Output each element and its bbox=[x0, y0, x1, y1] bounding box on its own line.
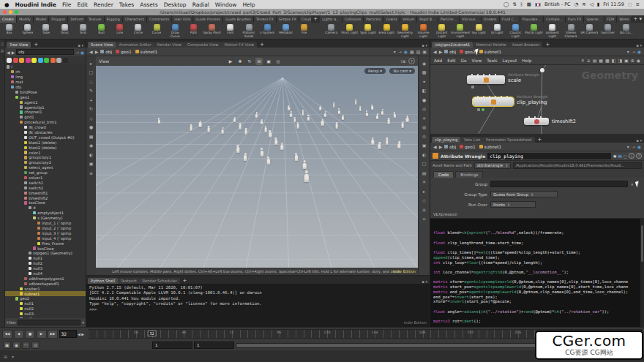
display-option-icon[interactable]: ✕ bbox=[421, 178, 428, 186]
shelf-tool[interactable]: Stereo Camera bbox=[561, 23, 580, 39]
shelf-tab[interactable]: Model bbox=[34, 15, 49, 23]
projection-menu[interactable]: Persp ▾ bbox=[364, 68, 386, 74]
pane-tab[interactable]: Asset Browser bbox=[509, 42, 543, 48]
transport-button[interactable]: ▶ bbox=[37, 330, 47, 339]
pane-tab[interactable]: Scene View bbox=[88, 42, 116, 48]
tree-item[interactable]: s (Geometry) bbox=[5, 216, 86, 221]
tree-item[interactable]: color1 bbox=[5, 150, 86, 155]
viewport-tool-icon[interactable]: ▦ bbox=[88, 132, 95, 140]
display-option-icon[interactable]: ≡ bbox=[421, 205, 428, 213]
display-option-icon[interactable]: □ bbox=[421, 160, 428, 167]
shelf-tool[interactable]: VR Camera bbox=[580, 23, 599, 39]
shelf-tool[interactable]: Platonic Solids bbox=[239, 23, 258, 39]
forward-icon[interactable]: ▶ bbox=[95, 49, 99, 54]
lock-badge-icon[interactable] bbox=[477, 108, 480, 111]
display-option-icon[interactable]: ◉ bbox=[421, 59, 428, 67]
pane-handle-icon[interactable]: ◫ bbox=[1, 42, 4, 46]
houdini-help-icon[interactable]: H bbox=[618, 154, 622, 159]
pane-tab[interactable]: Composite View bbox=[184, 42, 222, 48]
pane-tab[interactable]: Textport bbox=[118, 278, 140, 284]
shelf-tab[interactable]: Cloud FX bbox=[299, 15, 312, 23]
back-icon[interactable]: ◀ bbox=[7, 50, 10, 55]
shelf-tab[interactable]: Populate... bbox=[520, 15, 544, 23]
tree-item[interactable]: input_3 (`opinp bbox=[5, 230, 86, 235]
snap-tool-icon[interactable]: ▶ bbox=[227, 58, 234, 65]
shelf-tab[interactable]: Viscous... bbox=[460, 15, 482, 23]
viewport-tool-icon[interactable]: □ bbox=[88, 69, 95, 76]
forward-icon[interactable]: ▶ bbox=[439, 144, 443, 149]
breadcrumb-item[interactable]: geo2 bbox=[460, 50, 475, 54]
tree-item[interactable]: null2 bbox=[5, 306, 86, 312]
pane-tab[interactable]: Take List bbox=[460, 137, 483, 143]
tree-item[interactable]: input_1 (`opinp bbox=[5, 221, 86, 226]
network-menu-item[interactable]: Edit bbox=[447, 59, 455, 63]
playback-option-icon[interactable]: ⊙ bbox=[31, 342, 40, 349]
pin-icon[interactable]: ⊸ bbox=[632, 144, 635, 149]
breadcrumb-item[interactable]: subnet1 bbox=[135, 50, 158, 54]
frame-step-back-icon[interactable]: ◀ bbox=[78, 332, 80, 336]
viewport-tool-icon[interactable]: ✎ bbox=[88, 87, 95, 94]
tree-item[interactable]: input_2 (`opinp bbox=[5, 226, 86, 231]
keyboard-flag-icon[interactable] bbox=[535, 3, 541, 7]
shelf-tab[interactable]: Modify bbox=[17, 15, 34, 23]
current-frame-marker[interactable]: 32 bbox=[147, 331, 157, 336]
tree-item[interactable]: geo1 bbox=[5, 94, 86, 99]
layout-icon[interactable]: ▧ bbox=[416, 49, 421, 54]
status-icon[interactable]: ◌ bbox=[628, 1, 632, 7]
menubar-item[interactable]: Help bbox=[242, 1, 255, 8]
pin-icon[interactable]: ⊸ bbox=[398, 49, 402, 54]
display-option-icon[interactable]: ◍ bbox=[421, 124, 428, 131]
link-icon[interactable]: ◉ bbox=[404, 49, 408, 54]
context-filter-icon[interactable] bbox=[38, 58, 43, 63]
tree-item[interactable]: grid1 bbox=[5, 115, 86, 120]
shelf-tab[interactable]: Fluid C... bbox=[500, 15, 520, 23]
pane-tab[interactable]: Python Shell bbox=[88, 278, 118, 284]
add-shelf-tab-button[interactable]: + ▾ bbox=[631, 15, 644, 23]
asset-path-field[interactable]: /Applications/Houdini/Houdini18.0.441/Fr… bbox=[513, 162, 642, 169]
apple-menu-icon[interactable]: ● bbox=[4, 1, 10, 8]
network-toolbar-icon[interactable]: ◧ bbox=[612, 58, 616, 63]
shelf-tab[interactable]: Deform bbox=[68, 15, 86, 23]
node-name-field[interactable]: clip_playing bbox=[487, 153, 610, 159]
shelf-tab[interactable]: Rigid B... bbox=[417, 15, 438, 23]
viewport-3d-canvas[interactable]: Persp ▾ No cam ▾ bbox=[96, 66, 418, 268]
shelf-tab[interactable]: Sparse... bbox=[584, 15, 604, 23]
shelf-tab[interactable]: Guide Brushes bbox=[223, 15, 254, 23]
shelf-tab[interactable]: Contain... bbox=[544, 15, 566, 23]
shelf-tool[interactable]: Portal Light bbox=[525, 23, 543, 39]
pin-icon[interactable]: ⊸ bbox=[75, 50, 79, 55]
tree-item[interactable]: null1 bbox=[5, 301, 86, 306]
tree-item[interactable]: IN_crowd bbox=[5, 125, 86, 130]
node-scale[interactable] bbox=[467, 75, 505, 84]
menubar-item[interactable]: File bbox=[62, 1, 72, 8]
shelf-tab[interactable]: Rigging bbox=[105, 15, 123, 23]
shelf-tab[interactable]: Pyro FX bbox=[566, 15, 584, 23]
tree-item[interactable]: solver1 bbox=[5, 176, 86, 181]
tree-item[interactable]: img bbox=[5, 75, 86, 80]
dropdown-icon[interactable]: ▾ bbox=[394, 49, 396, 54]
network-toolbar-icon[interactable]: ≡ bbox=[587, 58, 591, 63]
tree-item[interactable]: OUT_crowd (Output #0) bbox=[5, 135, 86, 140]
tree-item[interactable]: subnet1 bbox=[5, 291, 86, 296]
shelf-tab[interactable]: Lights a... bbox=[320, 15, 342, 23]
context-filter-icon[interactable] bbox=[13, 58, 18, 63]
display-option-icon[interactable]: ⊙ bbox=[421, 132, 428, 140]
tree-item[interactable]: chopnet1 bbox=[5, 110, 86, 115]
dropdown-icon[interactable]: ▾ bbox=[627, 49, 629, 54]
network-toolbar-icon[interactable]: ◨ bbox=[618, 58, 622, 63]
shelf-tab[interactable]: Texture bbox=[86, 15, 105, 23]
tree-item[interactable]: agentclip1 bbox=[5, 105, 86, 110]
info-icon[interactable]: i bbox=[629, 153, 634, 159]
tree-item[interactable]: mat bbox=[5, 80, 86, 85]
tree-item[interactable]: emptyobject1 bbox=[5, 211, 86, 216]
link-icon[interactable]: ◉ bbox=[637, 144, 641, 149]
shelf-tab[interactable]: Constraints bbox=[147, 15, 172, 23]
current-frame-field[interactable]: 32 bbox=[59, 330, 77, 338]
back-icon[interactable]: ◀ bbox=[89, 49, 93, 54]
pane-tab[interactable]: Material Palette bbox=[473, 42, 509, 48]
tab-code[interactable]: Bindings bbox=[455, 171, 483, 178]
viewport-tool-icon[interactable]: ◐ bbox=[88, 151, 95, 158]
context-filter-icon[interactable] bbox=[50, 58, 56, 63]
breadcrumb-item[interactable]: obj bbox=[100, 50, 112, 54]
app-menu-title[interactable]: Houdini Indie bbox=[15, 1, 56, 8]
